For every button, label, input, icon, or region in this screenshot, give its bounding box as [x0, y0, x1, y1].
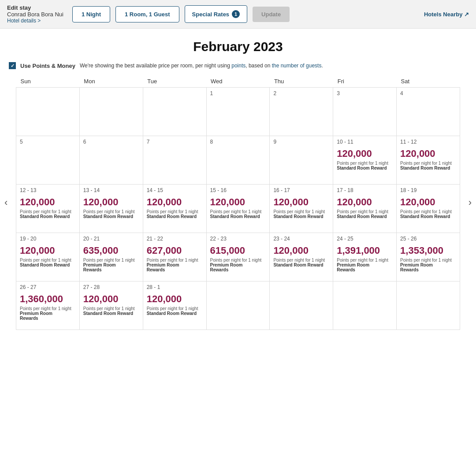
calendar-cell[interactable]: 28 - 1 120,000 Points per night for 1 ni… [143, 281, 206, 330]
special-rates-button[interactable]: Special Rates 1 [185, 5, 248, 23]
cell-date: 4 [400, 90, 456, 96]
calendar-day-header: Mon [79, 75, 143, 88]
cell-desc: Points per night for 1 night [147, 306, 203, 311]
cell-reward: Standard Room Reward [20, 263, 76, 267]
cell-points: 120,000 [20, 197, 76, 207]
cell-date: 6 [83, 139, 139, 145]
calendar-day-header: Thu [270, 75, 333, 88]
cell-date: 9 [273, 139, 329, 145]
calendar-cell: 6 [79, 136, 143, 185]
cell-points: 120,000 [273, 245, 329, 256]
cell-points: 120,000 [273, 197, 329, 207]
cell-date: 21 - 22 [147, 236, 203, 242]
calendar-cell[interactable]: 10 - 11 120,000 Points per night for 1 n… [333, 136, 397, 185]
cell-reward: Standard Room Reward [83, 214, 139, 219]
cell-points: 1,353,000 [400, 245, 456, 256]
calendar-cell [206, 281, 270, 330]
calendar-cell: 3 [333, 88, 397, 136]
points-toggle-row: Use Points & Money We're showing the bes… [0, 59, 476, 75]
use-points-checkbox[interactable] [9, 62, 16, 69]
prev-month-button[interactable]: ‹ [1, 193, 11, 212]
cell-desc: Points per night for 1 night [400, 209, 456, 214]
cell-date: 5 [20, 139, 76, 145]
cell-points: 120,000 [400, 148, 456, 159]
cell-reward: Standard Room Reward [337, 214, 393, 219]
edit-stay-label: Edit stay [7, 4, 63, 11]
calendar-header: SunMonTueWedThuFriSat [16, 75, 460, 88]
cell-date: 24 - 25 [337, 236, 393, 242]
cell-points: 635,000 [83, 245, 139, 256]
cell-reward: Standard Room Reward [210, 214, 266, 219]
calendar-cell: 7 [143, 136, 206, 185]
cell-date: 7 [147, 139, 203, 145]
cell-date: 14 - 15 [147, 187, 203, 193]
calendar-cell[interactable]: 22 - 23 615,000 Points per night for 1 n… [206, 233, 270, 281]
cell-reward: Premium RoomRewards [20, 311, 76, 321]
cell-reward: Standard Room Reward [83, 311, 139, 316]
cell-date: 23 - 24 [273, 236, 329, 242]
special-rates-badge: 1 [232, 10, 240, 18]
cell-points: 120,000 [210, 197, 266, 207]
cell-date: 25 - 26 [400, 236, 456, 242]
next-month-button[interactable]: › [465, 193, 475, 212]
calendar-cell[interactable]: 24 - 25 1,391,000 Points per night for 1… [333, 233, 397, 281]
calendar-cell[interactable]: 13 - 14 120,000 Points per night for 1 n… [79, 185, 143, 233]
calendar-cell[interactable]: 14 - 15 120,000 Points per night for 1 n… [143, 185, 206, 233]
cell-date: 26 - 27 [20, 284, 76, 290]
calendar-cell: 8 [206, 136, 270, 185]
cell-date: 11 - 12 [400, 139, 456, 145]
cell-points: 120,000 [20, 245, 76, 256]
calendar-cell[interactable]: 27 - 28 120,000 Points per night for 1 n… [79, 281, 143, 330]
calendar-cell: 9 [270, 136, 333, 185]
calendar-cell[interactable]: 18 - 19 120,000 Points per night for 1 n… [397, 185, 460, 233]
update-button[interactable]: Update [253, 7, 290, 22]
calendar-cell[interactable]: 11 - 12 120,000 Points per night for 1 n… [397, 136, 460, 185]
calendar-cell [397, 281, 460, 330]
cell-desc: Points per night for 1 night [210, 209, 266, 214]
hotels-nearby-link[interactable]: Hotels Nearby ↗ [424, 11, 469, 18]
cell-date: 18 - 19 [400, 187, 456, 193]
cell-desc: Points per night for 1 night [210, 258, 266, 263]
calendar-cell[interactable]: 23 - 24 120,000 Points per night for 1 n… [270, 233, 333, 281]
cell-desc: Points per night for 1 night [83, 258, 139, 263]
cell-points: 120,000 [83, 294, 139, 304]
calendar-cell: 4 [397, 88, 460, 136]
cell-points: 120,000 [83, 197, 139, 207]
cell-date: 8 [210, 139, 266, 145]
calendar-cell[interactable]: 20 - 21 635,000 Points per night for 1 n… [79, 233, 143, 281]
calendar-cell[interactable]: 16 - 17 120,000 Points per night for 1 n… [270, 185, 333, 233]
cell-reward: Premium RoomRewards [83, 263, 139, 272]
cell-desc: Points per night for 1 night [273, 209, 329, 214]
calendar-cell [270, 281, 333, 330]
cell-points: 120,000 [337, 197, 393, 207]
calendar-wrapper: ‹ SunMonTueWedThuFriSat 123456789 10 - 1… [0, 75, 476, 330]
night-button[interactable]: 1 Night [72, 6, 110, 22]
calendar-cell [143, 88, 206, 136]
calendar-day-header: Sat [397, 75, 460, 88]
cell-desc: Points per night for 1 night [400, 258, 456, 263]
calendar-cell[interactable]: 17 - 18 120,000 Points per night for 1 n… [333, 185, 397, 233]
calendar-cell[interactable]: 25 - 26 1,353,000 Points per night for 1… [397, 233, 460, 281]
calendar-cell[interactable]: 15 - 16 120,000 Points per night for 1 n… [206, 185, 270, 233]
calendar-cell[interactable]: 21 - 22 627,000 Points per night for 1 n… [143, 233, 206, 281]
cell-reward: Standard Room Reward [400, 166, 456, 170]
cell-desc: Points per night for 1 night [83, 209, 139, 214]
cell-date: 10 - 11 [337, 139, 393, 145]
calendar-cell[interactable]: 26 - 27 1,360,000 Points per night for 1… [16, 281, 80, 330]
calendar-week-row: 19 - 20 120,000 Points per night for 1 n… [16, 233, 460, 281]
cell-desc: Points per night for 1 night [147, 258, 203, 263]
hotel-details-link[interactable]: Hotel details > [7, 18, 63, 24]
calendar-body: 123456789 10 - 11 120,000 Points per nig… [16, 88, 460, 330]
cell-desc: Points per night for 1 night [273, 258, 329, 263]
calendar-cell[interactable]: 12 - 13 120,000 Points per night for 1 n… [16, 185, 80, 233]
calendar-cell[interactable]: 19 - 20 120,000 Points per night for 1 n… [16, 233, 80, 281]
cell-desc: Points per night for 1 night [337, 258, 393, 263]
hotel-name: Conrad Bora Bora Nui [7, 11, 63, 18]
calendar-cell: 1 [206, 88, 270, 136]
hotel-info: Edit stay Conrad Bora Bora Nui Hotel det… [7, 4, 63, 24]
cell-date: 19 - 20 [20, 236, 76, 242]
header-bar: Edit stay Conrad Bora Bora Nui Hotel det… [0, 0, 476, 29]
calendar-day-header: Sun [16, 75, 80, 88]
room-guest-button[interactable]: 1 Room, 1 Guest [115, 6, 179, 22]
cell-reward: Premium RoomRewards [400, 263, 456, 272]
